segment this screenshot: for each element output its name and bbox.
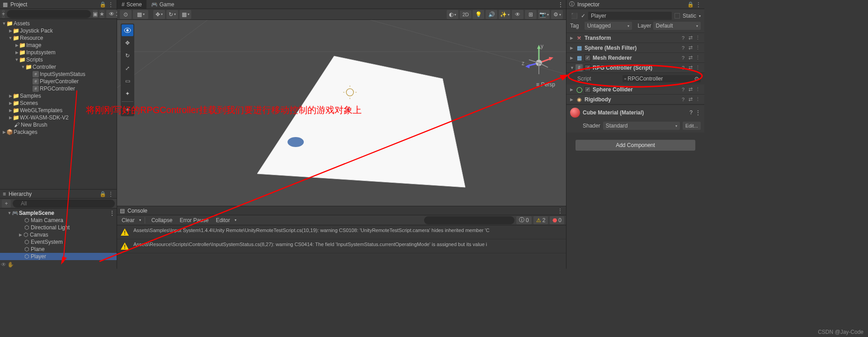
console-search-input[interactable] [424, 216, 514, 224]
component-meshfilter[interactable]: ▶▦Sphere (Mesh Filter)?⇄⋮ [566, 43, 704, 53]
active-checkbox[interactable]: ✓ [581, 13, 585, 19]
rect-tool[interactable]: ▭ [122, 75, 133, 87]
grid-toggle[interactable]: ⊞ [525, 10, 537, 19]
tree-row[interactable]: #RPGController [0, 85, 117, 92]
hand-toggle-icon[interactable]: ✋ [7, 261, 14, 268]
gizmos-dropdown[interactable]: ⚙ [551, 10, 563, 19]
tree-row[interactable]: #PlayerController [0, 78, 117, 85]
audio-toggle[interactable]: 🔊 [486, 10, 497, 19]
transform-tool[interactable]: ✦ [122, 88, 133, 100]
menu-icon[interactable]: ⋮ [695, 109, 701, 116]
shader-dropdown[interactable]: Standard [603, 122, 680, 130]
warn-filter[interactable]: ⚠2 [533, 216, 548, 224]
object-picker-icon[interactable]: ⊙ [694, 76, 699, 82]
tree-row[interactable]: ▼📁Resource [0, 34, 117, 42]
preset-icon[interactable]: ⇄ [687, 55, 693, 61]
favorites-icon[interactable]: ★ [99, 10, 104, 18]
more-icon[interactable]: ⋮ [695, 1, 702, 8]
tree-row-assets[interactable]: ▼📁Assets [0, 20, 117, 27]
menu-icon[interactable]: ⋮ [694, 86, 701, 93]
preset-icon[interactable]: ⇄ [687, 86, 693, 93]
hierarchy-item[interactable]: ▶⬡Canvas [0, 231, 117, 238]
lock-icon[interactable]: 🔒 [99, 191, 106, 197]
scale-tool[interactable]: ⤢ [122, 62, 133, 74]
tag-dropdown[interactable]: Untagged [585, 22, 632, 30]
fx-toggle[interactable]: ✨ [499, 10, 510, 19]
tree-row[interactable]: #InputSystemStatus [0, 71, 117, 78]
tree-row[interactable]: ▶📁Inputsystem [0, 49, 117, 56]
view-tool[interactable] [122, 24, 133, 36]
tree-row[interactable]: ▶📁Image [0, 42, 117, 49]
help-icon[interactable]: ? [680, 65, 686, 71]
material-header[interactable]: Cube Material (Material) ?⋮ [566, 104, 704, 120]
menu-icon[interactable]: ⋮ [694, 55, 701, 61]
component-checkbox[interactable]: ✓ [585, 65, 591, 71]
more-icon[interactable]: ⋮ [109, 210, 115, 216]
pivot-rotation-dropdown[interactable]: ↻ [166, 10, 178, 19]
more-icon[interactable]: ⋮ [557, 208, 563, 214]
more-icon[interactable]: ⋮ [108, 1, 114, 8]
tab-scene[interactable]: #Scene [117, 0, 146, 9]
component-spherecollider[interactable]: ▶◯✓Sphere Collider?⇄⋮ [566, 85, 704, 95]
help-icon[interactable]: ? [680, 45, 686, 51]
preset-icon[interactable]: ⇄ [687, 96, 693, 103]
move-tool[interactable]: ✥ [122, 37, 133, 49]
eye-toggle-icon[interactable]: 👁 [1, 261, 6, 268]
static-checkbox[interactable] [675, 13, 680, 19]
more-icon[interactable]: ⋮ [108, 191, 114, 197]
handle-tool-dropdown[interactable]: ✥ [153, 10, 165, 19]
component-checkbox[interactable]: ✓ [585, 86, 591, 93]
tree-row[interactable]: ▶📁Joystick Pack [0, 27, 117, 34]
lighting-toggle[interactable]: 💡 [472, 10, 484, 19]
tree-row-packages[interactable]: ▶📦Packages [0, 128, 117, 136]
menu-icon[interactable]: ⋮ [694, 96, 701, 103]
menu-icon[interactable]: ⋮ [694, 65, 701, 71]
scene-row[interactable]: ▼🎮SampleScene⋮ [0, 209, 117, 217]
menu-icon[interactable]: ⋮ [694, 35, 701, 41]
collapse-button[interactable]: Collapse [149, 217, 175, 223]
hidden-objects-toggle[interactable]: 👁 [512, 10, 524, 19]
help-icon[interactable]: ? [689, 109, 693, 116]
console-message[interactable]: ! Assets\Samples\Input System\1.4.4\Unit… [117, 225, 566, 239]
script-field-value[interactable]: ▫RPGController⊙ [623, 75, 701, 82]
hierarchy-item[interactable]: ⬡EventSystem [0, 238, 117, 246]
axis-gizmo[interactable]: y z [521, 43, 557, 83]
component-checkbox[interactable]: ✓ [585, 55, 591, 61]
filter-icon[interactable]: ▣ [93, 10, 98, 18]
editor-dropdown[interactable]: Editor [213, 217, 232, 223]
component-rigidbody[interactable]: ▶◉Rigidbody?⇄⋮ [566, 95, 704, 104]
add-button[interactable]: + [2, 10, 5, 18]
tab-game[interactable]: 🎮Game [146, 0, 179, 9]
2d-toggle[interactable]: 2D [460, 10, 472, 19]
preset-icon[interactable]: ⇄ [687, 65, 693, 71]
rotate-tool[interactable]: ↻ [122, 50, 133, 62]
perspective-label[interactable]: ≡Persp [536, 81, 555, 88]
layer-dropdown[interactable]: Default [653, 22, 701, 30]
camera-settings[interactable]: 📷 [538, 10, 550, 19]
more-icon[interactable]: ⋮ [555, 0, 566, 9]
hierarchy-search-input[interactable] [13, 199, 115, 208]
preset-icon[interactable]: ⇄ [687, 35, 693, 41]
hierarchy-item[interactable]: ⬡Main Camera [0, 217, 117, 224]
grid-snap-dropdown[interactable]: ▦ [179, 10, 191, 19]
render-mode-dropdown[interactable]: ◐ [447, 10, 458, 19]
tree-row[interactable]: ▼📁Scripts [0, 56, 117, 63]
preset-icon[interactable]: ⇄ [687, 45, 693, 51]
hierarchy-item[interactable]: ⬡Plane [0, 246, 117, 253]
component-rpgcontroller[interactable]: ▼#✓RPG Controller (Script)?⇄⋮ [566, 63, 704, 73]
menu-icon[interactable]: ⋮ [694, 45, 701, 51]
clear-button[interactable]: Clear [119, 217, 137, 223]
info-filter[interactable]: ⓘ0 [516, 216, 532, 224]
component-transform[interactable]: ▶⤧Transform?⇄⋮ [566, 33, 704, 43]
shading-mode-dropdown[interactable]: ▦ [133, 10, 148, 19]
pivot-center-toggle[interactable]: ⊙ [120, 10, 132, 19]
console-message[interactable]: ! Assets\Resource\Scripts\Controller\Inp… [117, 239, 566, 253]
object-name-field[interactable]: Player [588, 12, 672, 20]
component-meshrenderer[interactable]: ▶▦✓Mesh Renderer?⇄⋮ [566, 53, 704, 63]
edit-shader-button[interactable]: Edit... [683, 122, 701, 130]
error-pause-button[interactable]: Error Pause [177, 217, 211, 223]
help-icon[interactable]: ? [680, 55, 686, 61]
add-component-button[interactable]: Add Component [576, 140, 695, 151]
help-icon[interactable]: ? [680, 96, 686, 103]
hierarchy-item[interactable]: ⬡Directional Light [0, 224, 117, 231]
